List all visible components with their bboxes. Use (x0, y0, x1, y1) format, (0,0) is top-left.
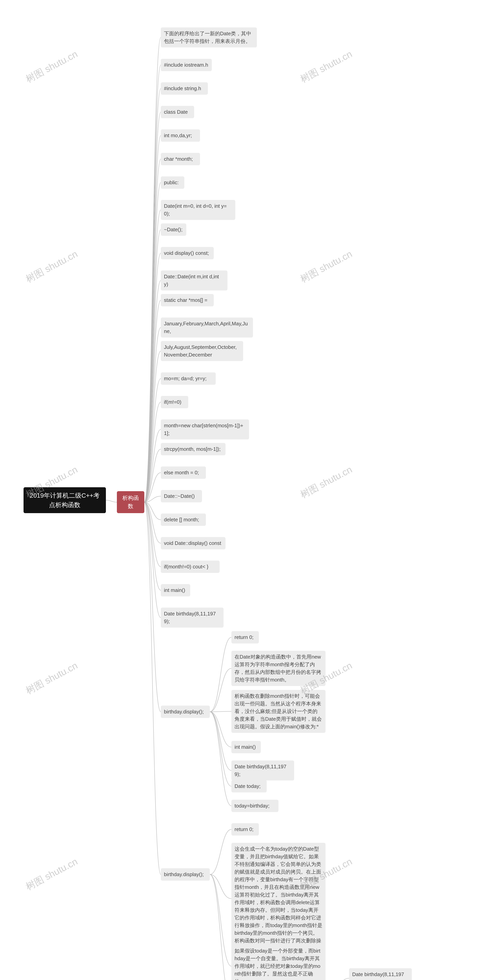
leaf-node[interactable]: strcpy(month, mos[m-1]); (161, 443, 226, 455)
leaf-node[interactable]: static char *mos[] = (161, 294, 214, 306)
leaf-node[interactable]: public: (161, 177, 184, 189)
leaf-node-branch-a[interactable]: birthday.display(); (161, 706, 210, 718)
leaf-node[interactable]: int main() (161, 584, 190, 597)
leaf-node[interactable]: July,August,September,October,November,D… (161, 341, 243, 361)
leaf-node[interactable]: mo=m; da=d; yr=y; (161, 372, 216, 385)
leaf-node[interactable]: Date birthday(8,11,1979); (349, 968, 412, 980)
leaf-node[interactable]: #include string.h (161, 82, 208, 95)
watermark: 树图 shutu.cn (298, 248, 354, 285)
leaf-node[interactable]: ~Date(); (161, 223, 186, 236)
leaf-node[interactable]: 如果假设today是一个外部变量，而birthday是一个自变量。当birthd… (231, 945, 325, 980)
leaf-node[interactable]: 析构函数在删除month指针时，可能会出现一些问题。当然从这个程序本身来看，没什… (231, 690, 325, 733)
leaf-node[interactable]: char *month; (161, 153, 200, 165)
leaf-node[interactable]: void display() const; (161, 247, 214, 259)
watermark: 树图 shutu.cn (298, 48, 354, 86)
leaf-node[interactable]: delete [] month; (161, 514, 206, 526)
watermark: 树图 shutu.cn (24, 659, 80, 697)
leaf-node[interactable]: 下面的程序给出了一新的Date类，其中包括一个字符串指针，用来表示月份。 (161, 27, 257, 48)
watermark: 树图 shutu.cn (24, 48, 80, 86)
leaf-node[interactable]: int mo,da,yr; (161, 129, 200, 142)
leaf-node[interactable]: Date::Date(int m,int d,int y) (161, 270, 228, 291)
leaf-node-branch-b[interactable]: birthday.display(); (161, 868, 210, 881)
leaf-node[interactable]: #include iostream.h (161, 59, 212, 71)
leaf-node[interactable]: Date today; (231, 780, 267, 792)
leaf-node[interactable]: return 0; (231, 823, 259, 835)
leaf-node[interactable]: if(m!=0) (161, 396, 188, 408)
leaf-node[interactable]: return 0; (231, 631, 259, 643)
leaf-node[interactable]: today=birthday; (231, 800, 279, 812)
root-node[interactable]: 2019年计算机二级C++考点析构函数 (24, 487, 106, 513)
leaf-node[interactable]: void Date::display() const (161, 537, 226, 549)
watermark: 树图 shutu.cn (298, 463, 354, 501)
watermark: 树图 shutu.cn (24, 248, 80, 285)
section-node[interactable]: 析构函数 (117, 491, 144, 513)
leaf-node[interactable]: else month = 0; (161, 466, 206, 479)
watermark: 树图 shutu.cn (24, 855, 80, 893)
leaf-node[interactable]: January,February,March,April,May,June, (161, 318, 253, 337)
leaf-node[interactable]: class Date (161, 106, 194, 118)
leaf-node[interactable]: Date::~Date() (161, 490, 202, 502)
leaf-node[interactable]: 在Date对象的构造函数中，首先用new运算符为字符串month报考分配了内存，… (231, 651, 325, 686)
leaf-node[interactable]: Date birthday(8,11,1979); (231, 760, 294, 781)
leaf-node[interactable]: Date birthday(8,11,1979); (161, 608, 223, 628)
leaf-node[interactable]: if(month!=0) cout< } (161, 560, 220, 573)
leaf-node[interactable]: month=new char[strlen(mos[m-1])+1]; (161, 420, 249, 439)
leaf-node[interactable]: int main() (231, 741, 261, 753)
mindmap-canvas: 2019年计算机二级C++考点析构函数 析构函数 下面的程序给出了一新的Date… (0, 0, 502, 980)
leaf-node[interactable]: 这会生成一个名为today的空的Date型变量，并且把birthday值赋给它。… (231, 843, 325, 955)
leaf-node[interactable]: Date(int m=0, int d=0, int y=0); (161, 200, 235, 220)
